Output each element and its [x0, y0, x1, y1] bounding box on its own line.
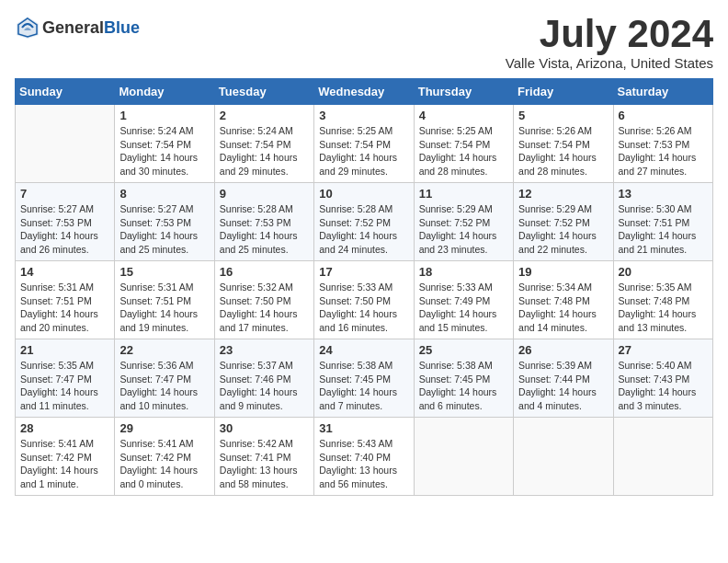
header-friday: Friday	[514, 79, 613, 105]
week-row-1: 1Sunrise: 5:24 AMSunset: 7:54 PMDaylight…	[16, 105, 713, 183]
calendar-table: Sunday Monday Tuesday Wednesday Thursday…	[15, 78, 713, 496]
header-saturday: Saturday	[613, 79, 712, 105]
day-info: Sunrise: 5:39 AMSunset: 7:44 PMDaylight:…	[518, 359, 608, 413]
cell-w5-d1: 29Sunrise: 5:41 AMSunset: 7:42 PMDayligh…	[115, 418, 214, 496]
day-number: 18	[419, 265, 508, 279]
day-info: Sunrise: 5:38 AMSunset: 7:45 PMDaylight:…	[419, 359, 508, 413]
cell-w2-d5: 12Sunrise: 5:29 AMSunset: 7:52 PMDayligh…	[514, 183, 613, 261]
day-number: 28	[20, 421, 109, 435]
cell-w5-d3: 31Sunrise: 5:43 AMSunset: 7:40 PMDayligh…	[314, 418, 414, 496]
day-number: 6	[619, 109, 708, 122]
day-number: 5	[518, 109, 608, 122]
day-number: 30	[220, 421, 309, 435]
day-info: Sunrise: 5:36 AMSunset: 7:47 PMDaylight:…	[119, 359, 209, 413]
cell-w3-d0: 14Sunrise: 5:31 AMSunset: 7:51 PMDayligh…	[16, 261, 115, 339]
cell-w4-d2: 23Sunrise: 5:37 AMSunset: 7:46 PMDayligh…	[214, 339, 313, 418]
header-thursday: Thursday	[414, 79, 513, 105]
day-number: 16	[220, 265, 309, 279]
cell-w2-d6: 13Sunrise: 5:30 AMSunset: 7:51 PMDayligh…	[613, 183, 712, 261]
day-number: 22	[119, 343, 209, 357]
cell-w5-d5	[514, 418, 613, 496]
day-info: Sunrise: 5:42 AMSunset: 7:41 PMDaylight:…	[220, 437, 309, 491]
cell-w2-d3: 10Sunrise: 5:28 AMSunset: 7:52 PMDayligh…	[314, 183, 414, 261]
logo-icon	[15, 15, 40, 40]
cell-w3-d3: 17Sunrise: 5:33 AMSunset: 7:50 PMDayligh…	[314, 261, 414, 339]
cell-w3-d4: 18Sunrise: 5:33 AMSunset: 7:49 PMDayligh…	[414, 261, 513, 339]
day-number: 25	[419, 343, 508, 357]
day-number: 23	[220, 343, 309, 357]
cell-w2-d4: 11Sunrise: 5:29 AMSunset: 7:52 PMDayligh…	[414, 183, 513, 261]
cell-w1-d2: 2Sunrise: 5:24 AMSunset: 7:54 PMDaylight…	[214, 105, 313, 183]
day-info: Sunrise: 5:33 AMSunset: 7:50 PMDaylight:…	[319, 281, 408, 335]
week-row-3: 14Sunrise: 5:31 AMSunset: 7:51 PMDayligh…	[16, 261, 713, 339]
day-number: 24	[319, 343, 408, 357]
day-number: 9	[220, 187, 309, 201]
day-number: 31	[319, 421, 408, 435]
day-info: Sunrise: 5:41 AMSunset: 7:42 PMDaylight:…	[119, 437, 209, 491]
day-number: 4	[419, 109, 508, 122]
header-sunday: Sunday	[16, 79, 115, 105]
day-info: Sunrise: 5:25 AMSunset: 7:54 PMDaylight:…	[319, 124, 408, 178]
day-number: 20	[619, 265, 708, 279]
day-info: Sunrise: 5:27 AMSunset: 7:53 PMDaylight:…	[20, 202, 109, 257]
day-number: 17	[319, 265, 408, 279]
logo-general: General	[42, 18, 104, 37]
header-row: Sunday Monday Tuesday Wednesday Thursday…	[16, 79, 713, 105]
day-info: Sunrise: 5:43 AMSunset: 7:40 PMDaylight:…	[319, 437, 408, 491]
day-number: 11	[419, 187, 508, 201]
day-number: 14	[20, 265, 109, 279]
cell-w1-d6: 6Sunrise: 5:26 AMSunset: 7:53 PMDaylight…	[613, 105, 712, 183]
day-number: 29	[119, 421, 209, 435]
page-header: GeneralBlue July 2024 Valle Vista, Arizo…	[15, 15, 713, 71]
calendar-body: 1Sunrise: 5:24 AMSunset: 7:54 PMDaylight…	[16, 105, 713, 496]
day-number: 27	[619, 343, 708, 357]
day-info: Sunrise: 5:26 AMSunset: 7:53 PMDaylight:…	[619, 124, 708, 178]
page-title: July 2024	[506, 15, 713, 53]
day-info: Sunrise: 5:24 AMSunset: 7:54 PMDaylight:…	[220, 124, 309, 178]
day-number: 13	[619, 187, 708, 201]
cell-w1-d5: 5Sunrise: 5:26 AMSunset: 7:54 PMDaylight…	[514, 105, 613, 183]
cell-w3-d2: 16Sunrise: 5:32 AMSunset: 7:50 PMDayligh…	[214, 261, 313, 339]
day-info: Sunrise: 5:25 AMSunset: 7:54 PMDaylight:…	[419, 124, 508, 178]
cell-w2-d0: 7Sunrise: 5:27 AMSunset: 7:53 PMDaylight…	[16, 183, 115, 261]
day-number: 19	[518, 265, 608, 279]
day-info: Sunrise: 5:29 AMSunset: 7:52 PMDaylight:…	[518, 202, 608, 257]
logo: GeneralBlue	[15, 15, 140, 40]
day-info: Sunrise: 5:40 AMSunset: 7:43 PMDaylight:…	[619, 359, 708, 413]
week-row-5: 28Sunrise: 5:41 AMSunset: 7:42 PMDayligh…	[16, 418, 713, 496]
cell-w5-d4	[414, 418, 513, 496]
day-info: Sunrise: 5:27 AMSunset: 7:53 PMDaylight:…	[119, 202, 209, 257]
cell-w5-d6	[613, 418, 712, 496]
cell-w4-d3: 24Sunrise: 5:38 AMSunset: 7:45 PMDayligh…	[314, 339, 414, 418]
cell-w3-d1: 15Sunrise: 5:31 AMSunset: 7:51 PMDayligh…	[115, 261, 214, 339]
title-area: July 2024 Valle Vista, Arizona, United S…	[506, 15, 713, 71]
header-tuesday: Tuesday	[214, 79, 313, 105]
cell-w2-d2: 9Sunrise: 5:28 AMSunset: 7:53 PMDaylight…	[214, 183, 313, 261]
day-info: Sunrise: 5:28 AMSunset: 7:52 PMDaylight:…	[319, 202, 408, 257]
cell-w4-d1: 22Sunrise: 5:36 AMSunset: 7:47 PMDayligh…	[115, 339, 214, 418]
day-info: Sunrise: 5:35 AMSunset: 7:47 PMDaylight:…	[20, 359, 109, 413]
cell-w3-d6: 20Sunrise: 5:35 AMSunset: 7:48 PMDayligh…	[613, 261, 712, 339]
cell-w1-d4: 4Sunrise: 5:25 AMSunset: 7:54 PMDaylight…	[414, 105, 513, 183]
day-info: Sunrise: 5:35 AMSunset: 7:48 PMDaylight:…	[619, 281, 708, 335]
cell-w4-d6: 27Sunrise: 5:40 AMSunset: 7:43 PMDayligh…	[613, 339, 712, 418]
cell-w4-d4: 25Sunrise: 5:38 AMSunset: 7:45 PMDayligh…	[414, 339, 513, 418]
cell-w5-d2: 30Sunrise: 5:42 AMSunset: 7:41 PMDayligh…	[214, 418, 313, 496]
day-info: Sunrise: 5:31 AMSunset: 7:51 PMDaylight:…	[119, 281, 209, 335]
day-number: 10	[319, 187, 408, 201]
week-row-2: 7Sunrise: 5:27 AMSunset: 7:53 PMDaylight…	[16, 183, 713, 261]
day-number: 15	[119, 265, 209, 279]
calendar-header: Sunday Monday Tuesday Wednesday Thursday…	[16, 79, 713, 105]
cell-w4-d0: 21Sunrise: 5:35 AMSunset: 7:47 PMDayligh…	[16, 339, 115, 418]
day-info: Sunrise: 5:41 AMSunset: 7:42 PMDaylight:…	[20, 437, 109, 491]
cell-w3-d5: 19Sunrise: 5:34 AMSunset: 7:48 PMDayligh…	[514, 261, 613, 339]
day-number: 3	[319, 109, 408, 122]
day-info: Sunrise: 5:29 AMSunset: 7:52 PMDaylight:…	[419, 202, 508, 257]
day-info: Sunrise: 5:37 AMSunset: 7:46 PMDaylight:…	[220, 359, 309, 413]
day-number: 26	[518, 343, 608, 357]
day-number: 2	[220, 109, 309, 122]
day-info: Sunrise: 5:38 AMSunset: 7:45 PMDaylight:…	[319, 359, 408, 413]
day-number: 1	[119, 109, 209, 122]
cell-w1-d1: 1Sunrise: 5:24 AMSunset: 7:54 PMDaylight…	[115, 105, 214, 183]
page-subtitle: Valle Vista, Arizona, United States	[506, 55, 713, 71]
